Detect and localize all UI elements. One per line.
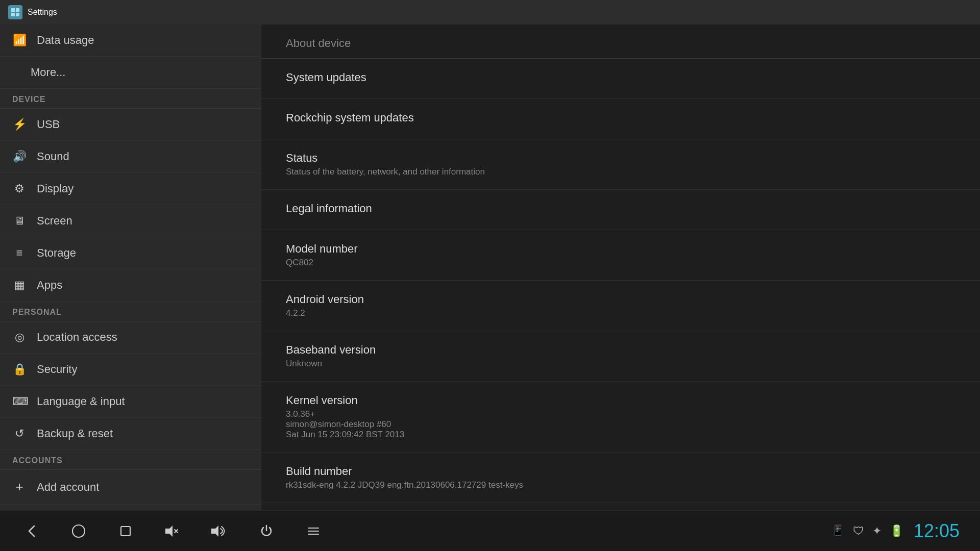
- sidebar-item-label: Security: [37, 363, 77, 376]
- sidebar-item-language[interactable]: ⌨ Language & input: [0, 386, 261, 418]
- sidebar-item-label: Sound: [37, 150, 69, 163]
- sidebar-item-add-account[interactable]: + Add account: [0, 470, 261, 505]
- sidebar-item-screen[interactable]: 🖥 Screen: [0, 205, 261, 237]
- clock-display: 12:05: [914, 520, 960, 542]
- svg-rect-1: [16, 8, 19, 12]
- title-bar: Settings: [0, 0, 980, 24]
- content-item-legal[interactable]: Legal information: [261, 190, 980, 230]
- usb-icon: ⚡: [12, 118, 27, 131]
- vol-up-button[interactable]: [208, 520, 231, 542]
- item-subtitle: rk31sdk-eng 4.2.2 JDQ39 eng.ftn.20130606…: [286, 480, 955, 490]
- section-header-device: DEVICE: [0, 89, 261, 108]
- sidebar-item-data-usage[interactable]: 📶 Data usage: [0, 24, 261, 57]
- sidebar-item-label: Apps: [37, 279, 62, 292]
- sidebar-item-label: Add account: [37, 481, 99, 494]
- sidebar-item-label: Screen: [37, 214, 72, 228]
- location-status-icon: 🛡: [853, 524, 864, 538]
- item-title: Baseband version: [286, 343, 955, 357]
- section-header-personal: PERSONAL: [0, 302, 261, 321]
- item-title: Build number: [286, 465, 955, 478]
- sidebar-item-apps[interactable]: ▦ Apps: [0, 269, 261, 302]
- sidebar: 📶 Data usage More... DEVICE ⚡ USB 🔊 Soun…: [0, 24, 261, 510]
- content-item-vendor-software[interactable]: Vendor software version RK3188_QC802_Gee…: [261, 503, 980, 510]
- content-item-model-number[interactable]: Model number QC802: [261, 230, 980, 281]
- sidebar-item-label: Storage: [37, 246, 76, 260]
- svg-point-4: [72, 525, 85, 537]
- nav-right: 📱 🛡 ✦ 🔋 12:05: [831, 520, 960, 542]
- item-title: Kernel version: [286, 394, 955, 407]
- battery-icon: 🔋: [890, 524, 903, 538]
- content-item-status[interactable]: Status Status of the battery, network, a…: [261, 139, 980, 190]
- sidebar-item-storage[interactable]: ≡ Storage: [0, 237, 261, 269]
- sidebar-item-label: USB: [37, 118, 60, 131]
- svg-rect-2: [11, 13, 15, 16]
- content-item-build-number[interactable]: Build number rk31sdk-eng 4.2.2 JDQ39 eng…: [261, 453, 980, 503]
- screenshot-icon: 📱: [831, 524, 845, 538]
- content-item-android-version[interactable]: Android version 4.2.2: [261, 281, 980, 331]
- wifi-icon: ✦: [872, 524, 881, 538]
- sidebar-item-label: Display: [37, 182, 74, 195]
- home-button[interactable]: [67, 520, 90, 542]
- section-header-system: SYSTEM: [0, 505, 261, 510]
- svg-marker-9: [211, 525, 218, 537]
- item-subtitle: 3.0.36+ simon@simon-desktop #60 Sat Jun …: [286, 409, 955, 440]
- content-header: About device: [261, 24, 980, 59]
- item-subtitle: Unknown: [286, 359, 955, 369]
- svg-marker-6: [165, 525, 173, 537]
- menu-button[interactable]: [302, 520, 325, 542]
- sidebar-item-backup[interactable]: ↺ Backup & reset: [0, 418, 261, 450]
- recents-button[interactable]: [114, 520, 137, 542]
- item-subtitle: Status of the battery, network, and othe…: [286, 167, 955, 177]
- item-title: Status: [286, 152, 955, 165]
- sidebar-item-label: More...: [31, 66, 65, 79]
- nav-bar: 📱 🛡 ✦ 🔋 12:05: [0, 510, 980, 551]
- app-title: Settings: [28, 8, 57, 17]
- sidebar-item-more[interactable]: More...: [0, 57, 261, 89]
- add-account-icon: +: [12, 479, 27, 495]
- storage-icon: ≡: [12, 246, 27, 260]
- content-item-baseband-version[interactable]: Baseband version Unknown: [261, 331, 980, 382]
- display-icon: ⚙: [12, 182, 27, 195]
- sound-icon: 🔊: [12, 150, 27, 163]
- section-header-accounts: ACCOUNTS: [0, 450, 261, 469]
- sidebar-item-label: Backup & reset: [37, 427, 113, 440]
- item-title: Model number: [286, 242, 955, 256]
- nav-left: [20, 520, 325, 542]
- location-icon: ◎: [12, 331, 27, 344]
- svg-rect-0: [11, 8, 15, 12]
- sidebar-item-usb[interactable]: ⚡ USB: [0, 109, 261, 141]
- content-item-system-updates[interactable]: System updates: [261, 59, 980, 99]
- power-button[interactable]: [255, 520, 278, 542]
- sidebar-item-display[interactable]: ⚙ Display: [0, 173, 261, 205]
- item-title: Legal information: [286, 202, 955, 215]
- content-item-kernel-version[interactable]: Kernel version 3.0.36+ simon@simon-deskt…: [261, 382, 980, 453]
- sidebar-item-sound[interactable]: 🔊 Sound: [0, 141, 261, 173]
- item-title: Android version: [286, 293, 955, 306]
- back-button[interactable]: [20, 520, 43, 542]
- sidebar-item-location[interactable]: ◎ Location access: [0, 321, 261, 354]
- svg-rect-5: [121, 527, 130, 536]
- item-subtitle: 4.2.2: [286, 308, 955, 318]
- vol-down-button[interactable]: [161, 520, 184, 542]
- status-icons: 📱 🛡 ✦ 🔋: [831, 524, 903, 538]
- sidebar-item-label: Language & input: [37, 395, 125, 408]
- app-icon: [8, 5, 22, 19]
- screen-icon: 🖥: [12, 214, 27, 228]
- item-subtitle: QC802: [286, 258, 955, 268]
- content-panel: About device System updates Rockchip sys…: [261, 24, 980, 510]
- sidebar-item-label: Location access: [37, 331, 117, 344]
- language-icon: ⌨: [12, 395, 27, 408]
- item-title: Rockchip system updates: [286, 111, 955, 124]
- item-title: System updates: [286, 71, 955, 84]
- apps-icon: ▦: [12, 279, 27, 292]
- backup-icon: ↺: [12, 427, 27, 440]
- main-area: 📶 Data usage More... DEVICE ⚡ USB 🔊 Soun…: [0, 24, 980, 510]
- svg-rect-3: [16, 13, 19, 16]
- data-usage-icon: 📶: [12, 34, 27, 47]
- security-icon: 🔒: [12, 363, 27, 376]
- sidebar-item-security[interactable]: 🔒 Security: [0, 354, 261, 386]
- content-item-rockchip-updates[interactable]: Rockchip system updates: [261, 99, 980, 139]
- sidebar-item-label: Data usage: [37, 34, 94, 47]
